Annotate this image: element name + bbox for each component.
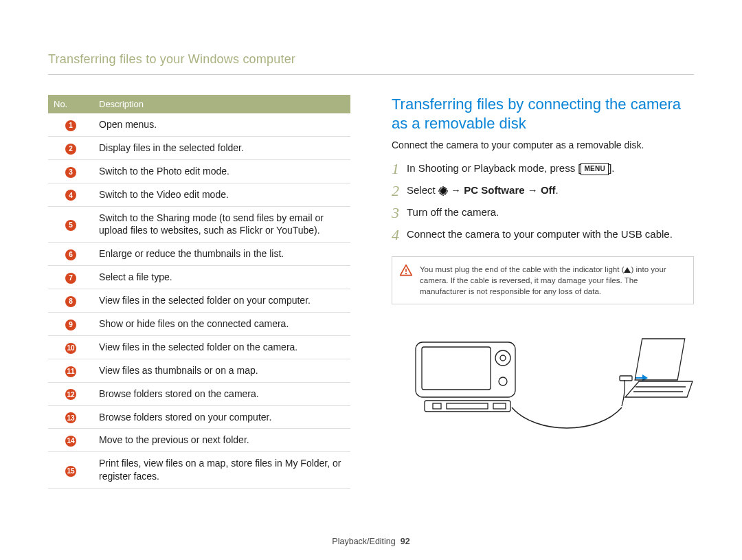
row-number-badge: 15 <box>65 466 76 477</box>
step-3: 3 Turn off the camera. <box>392 205 694 221</box>
indicator-up-icon <box>624 267 631 273</box>
menu-button-icon: MENU <box>581 163 609 175</box>
table-row: 4Switch to the Video edit mode. <box>48 183 350 206</box>
row-desc: Select a file type. <box>93 266 350 289</box>
row-number-badge: 3 <box>65 167 76 178</box>
svg-point-2 <box>405 273 407 274</box>
table-row: 14Move to the previous or next folder. <box>48 429 350 452</box>
row-desc: View files in the selected folder on you… <box>93 289 350 313</box>
svg-rect-10 <box>447 403 488 409</box>
row-number-badge: 8 <box>65 296 76 307</box>
row-desc: Browse folders stored on the camera. <box>93 382 350 405</box>
svg-rect-12 <box>620 376 632 381</box>
svg-point-6 <box>500 355 506 361</box>
section-heading: Transferring files by connecting the cam… <box>392 95 694 133</box>
table-row: 8View files in the selected folder on yo… <box>48 289 350 313</box>
table-row: 6Enlarge or reduce the thumbnails in the… <box>48 243 350 266</box>
row-number-badge: 14 <box>65 436 76 447</box>
row-number-badge: 7 <box>65 273 76 284</box>
row-desc: Move to the previous or next folder. <box>93 429 350 452</box>
svg-rect-9 <box>433 403 441 409</box>
row-desc: Open menus. <box>93 113 350 136</box>
step-number: 3 <box>392 205 407 221</box>
svg-rect-8 <box>425 401 510 412</box>
svg-point-5 <box>495 350 510 366</box>
row-desc: Switch to the Sharing mode (to send file… <box>93 206 350 243</box>
svg-rect-11 <box>493 403 506 409</box>
row-number-badge: 11 <box>65 366 76 377</box>
page-title: Transferring files to your Windows compu… <box>48 52 295 67</box>
step-list: 1 In Shooting or Playback mode, press [M… <box>392 161 694 243</box>
table-row: 5Switch to the Sharing mode (to send fil… <box>48 206 350 243</box>
svg-point-7 <box>499 377 507 385</box>
step-body: Turn off the camera. <box>407 205 694 219</box>
table-row: 1Open menus. <box>48 113 350 136</box>
gear-icon <box>438 186 448 196</box>
row-number-badge: 2 <box>65 144 76 155</box>
row-desc: Switch to the Video edit mode. <box>93 183 350 206</box>
step-number: 2 <box>392 183 407 199</box>
table-row: 11View files as thumbnails or on a map. <box>48 359 350 382</box>
section-lead: Connect the camera to your computer as a… <box>392 139 694 150</box>
row-desc: Browse folders stored on your computer. <box>93 405 350 429</box>
table-row: 7Select a file type. <box>48 266 350 289</box>
row-number-badge: 1 <box>65 120 76 131</box>
row-number-badge: 10 <box>65 343 76 354</box>
th-number: No. <box>48 95 93 113</box>
step-body: Select → PC Software → Off. <box>407 183 694 197</box>
warning-note: You must plug the end of the cable with … <box>392 256 694 304</box>
footer-page-number: 92 <box>401 537 410 546</box>
row-number-badge: 5 <box>65 220 76 231</box>
table-row: 2Display files in the selected folder. <box>48 136 350 159</box>
description-table: No. Description 1Open menus. 2Display fi… <box>48 95 350 489</box>
row-desc: Display files in the selected folder. <box>93 136 350 159</box>
th-description: Description <box>93 95 350 113</box>
step-4: 4 Connect the camera to your computer wi… <box>392 227 694 243</box>
title-rule <box>48 74 694 75</box>
step-body: Connect the camera to your computer with… <box>407 227 694 241</box>
right-column: Transferring files by connecting the cam… <box>392 95 694 438</box>
camera-laptop-illustration <box>392 318 694 438</box>
step-number: 4 <box>392 227 407 243</box>
svg-rect-4 <box>422 347 491 390</box>
step-2: 2 Select → PC Software → Off. <box>392 183 694 199</box>
table-row: 13Browse folders stored on your computer… <box>48 405 350 429</box>
table-row: 12Browse folders stored on the camera. <box>48 382 350 405</box>
row-number-badge: 12 <box>65 389 76 400</box>
step-1: 1 In Shooting or Playback mode, press [M… <box>392 161 694 177</box>
row-number-badge: 9 <box>65 320 76 331</box>
row-desc: View files in the selected folder on the… <box>93 335 350 359</box>
note-text: You must plug the end of the cable with … <box>420 265 666 295</box>
row-number-badge: 13 <box>65 412 76 423</box>
row-desc: Enlarge or reduce the thumbnails in the … <box>93 243 350 266</box>
footer-section: Playback/Editing <box>332 537 395 546</box>
warning-icon <box>399 264 413 278</box>
row-number-badge: 6 <box>65 249 76 260</box>
table-row: 9Show or hide files on the connected cam… <box>48 313 350 336</box>
row-desc: Switch to the Photo edit mode. <box>93 159 350 183</box>
row-desc: Show or hide files on the connected came… <box>93 313 350 336</box>
row-desc: View files as thumbnails or on a map. <box>93 359 350 382</box>
step-number: 1 <box>392 161 407 177</box>
table-row: 15Print files, view files on a map, stor… <box>48 452 350 489</box>
row-desc: Print files, view files on a map, store … <box>93 452 350 489</box>
table-row: 10View files in the selected folder on t… <box>48 335 350 359</box>
table-row: 3Switch to the Photo edit mode. <box>48 159 350 183</box>
page-footer: Playback/Editing 92 <box>0 537 742 546</box>
step-body: In Shooting or Playback mode, press [MEN… <box>407 161 694 175</box>
row-number-badge: 4 <box>65 190 76 201</box>
